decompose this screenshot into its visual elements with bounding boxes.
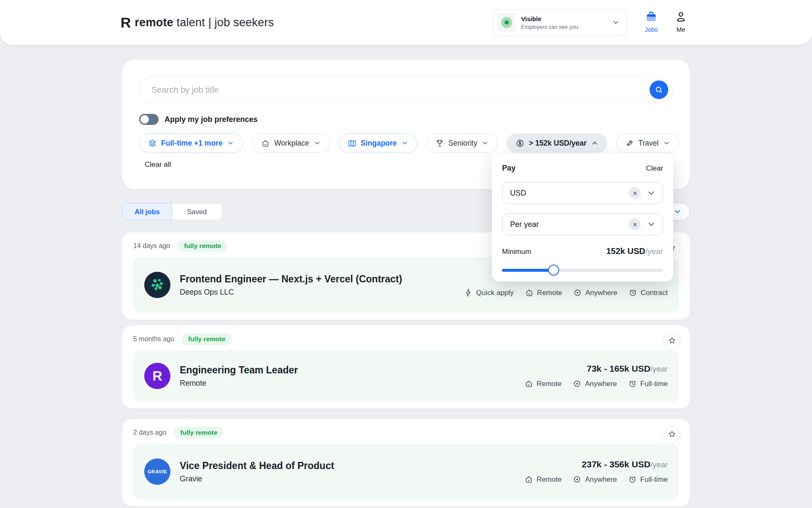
rocket-icon (625, 139, 634, 148)
fully-remote-badge: fully remote (178, 240, 228, 252)
map-icon (348, 139, 357, 148)
job-meta-row: Remote Anywhere Full-time (524, 379, 668, 388)
filter-employment-type[interactable]: Full-time +1 more (139, 133, 243, 153)
brand-r-icon: R (121, 14, 131, 31)
clear-all-link[interactable]: Clear all (145, 160, 171, 169)
nav-me[interactable]: Me (666, 10, 696, 33)
clock-icon (628, 288, 637, 297)
logo-letter: GRAVIE (148, 469, 167, 474)
job-identity: GRAVIE Vice President & Head of Product … (144, 458, 334, 485)
search-field (139, 77, 673, 103)
employment-type-item: Contract (628, 288, 668, 297)
layers-icon (148, 139, 157, 148)
nav-jobs[interactable]: Jobs (636, 10, 666, 33)
tab-saved[interactable]: Saved (172, 203, 222, 220)
x-icon (632, 222, 638, 227)
employment-type-item: Full-time (628, 475, 668, 484)
chevron-up-icon (591, 139, 598, 147)
job-text: Frontend Engineer — Next.js + Vercel (Co… (180, 273, 402, 297)
job-title: Engineering Team Leader (180, 364, 298, 376)
preferences-toggle[interactable] (139, 114, 159, 125)
clear-currency-button[interactable] (629, 187, 641, 199)
job-card-header: 5 months ago fully remote (133, 333, 679, 345)
job-meta-row: Remote Anywhere Full-time (524, 475, 668, 484)
chevron-down-icon (481, 139, 489, 147)
chevron-down-icon (663, 139, 670, 147)
job-title: Frontend Engineer — Next.js + Vercel (Co… (180, 273, 402, 285)
quick-apply-item[interactable]: Quick apply (464, 288, 514, 297)
search-input[interactable] (151, 85, 650, 95)
pay-clear-button[interactable]: Clear (646, 164, 663, 173)
filter-label: Workplace (274, 139, 309, 148)
meta-label: Full-time (640, 380, 668, 388)
job-salary: 73k - 165k USD/year (587, 364, 668, 374)
house-icon (525, 288, 534, 297)
chevron-down-icon (227, 139, 234, 147)
posted-date: 14 days ago (133, 242, 170, 250)
meta-label: Anywhere (585, 289, 617, 297)
meta-label: Remote (537, 380, 562, 388)
filter-location[interactable]: Singapore (339, 133, 418, 153)
filter-seniority[interactable]: Seniority (426, 133, 498, 153)
star-icon (667, 430, 677, 439)
salary-amount: 73k - 165k USD (587, 364, 650, 373)
job-card[interactable]: 5 months ago fully remote R Engineering … (122, 326, 690, 409)
minimum-label: Minimum (502, 248, 531, 256)
job-company: Remote (180, 379, 298, 388)
period-select[interactable]: Per year (502, 213, 663, 235)
job-card[interactable]: 2 days ago fully remote GRAVIE Vice Pres… (122, 419, 690, 506)
filter-pay[interactable]: > 152k USD/year (507, 133, 607, 153)
chevron-down-icon (313, 139, 321, 147)
save-job-button[interactable] (664, 332, 680, 349)
filter-travel[interactable]: Travel (616, 133, 679, 153)
chevron-down-icon (401, 139, 409, 147)
filter-label: Full-time +1 more (161, 139, 222, 148)
brand-logo[interactable]: R remote talent | job seekers (121, 0, 274, 45)
employment-type-item: Full-time (628, 379, 668, 388)
filter-label: > 152k USD/year (529, 139, 587, 148)
period-value: Per year (510, 220, 629, 229)
salary-amount: 237k - 356k USD (582, 459, 650, 469)
job-card-header: 2 days ago fully remote (133, 427, 679, 439)
job-details: 73k - 165k USD/year Remote Anywhere Full… (524, 364, 668, 388)
brand-name: remote (135, 16, 173, 29)
dollar-icon (516, 139, 524, 148)
fully-remote-badge: fully remote (182, 333, 232, 345)
remote-item: Remote (524, 379, 562, 388)
job-title: Vice President & Head of Product (180, 460, 334, 472)
visibility-dropdown[interactable]: Visible Employers can see you (493, 9, 627, 36)
currency-value: USD (510, 189, 629, 198)
job-identity: Frontend Engineer — Next.js + Vercel (Co… (144, 272, 402, 298)
pay-panel-title: Pay (502, 164, 516, 173)
job-company: Deeps Ops LLC (180, 288, 402, 297)
job-details: 237k - 356k USD/year Remote Anywhere Ful… (524, 459, 668, 484)
remote-item: Remote (525, 288, 562, 297)
tab-all-jobs[interactable]: All jobs (122, 203, 172, 220)
visibility-subtitle: Employers can see you (521, 24, 606, 30)
minimum-amount: 152k USD (606, 246, 645, 256)
visibility-text: Visible Employers can see you (521, 15, 606, 30)
currency-select[interactable]: USD (502, 182, 663, 204)
search-button[interactable] (650, 80, 668, 99)
workplace-icon (261, 139, 270, 148)
minimum-period: /year (645, 247, 663, 256)
save-job-button[interactable] (664, 426, 680, 443)
anywhere-item: Anywhere (573, 288, 617, 297)
clock-icon (628, 379, 637, 388)
clock-icon (628, 475, 637, 484)
salary-period: /year (650, 460, 668, 469)
posted-date: 2 days ago (133, 429, 166, 436)
meta-label: Anywhere (585, 475, 617, 484)
filter-workplace[interactable]: Workplace (252, 133, 329, 153)
minimum-pay-slider[interactable] (502, 265, 663, 276)
slider-thumb[interactable] (548, 265, 559, 276)
star-icon (667, 336, 677, 345)
slider-fill (502, 269, 554, 272)
company-logo: GRAVIE (144, 458, 170, 485)
location-icon (573, 379, 582, 388)
clear-period-button[interactable] (629, 218, 641, 230)
filter-label: Singapore (361, 139, 397, 148)
visibility-title: Visible (521, 15, 606, 22)
job-text: Vice President & Head of Product Gravie (180, 460, 334, 483)
meta-label: Anywhere (585, 380, 617, 388)
